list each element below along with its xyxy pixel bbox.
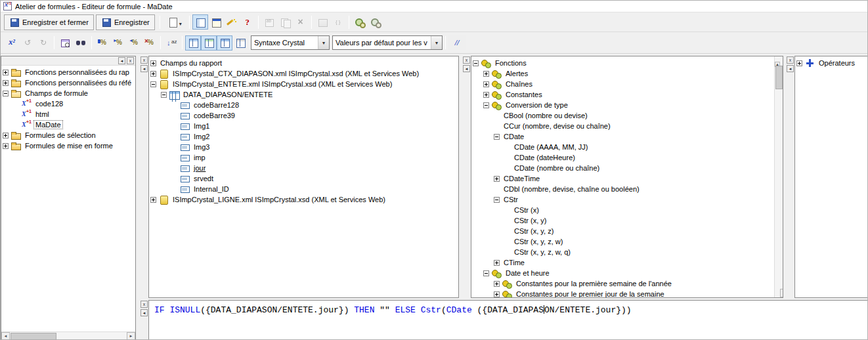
browse-data-button[interactable] xyxy=(57,35,73,51)
chevron-down-icon[interactable] xyxy=(179,16,182,28)
tree-item[interactable]: CDateTime xyxy=(471,173,774,184)
collapse-fields-panel-button[interactable] xyxy=(141,65,148,72)
close-panel-button[interactable] xyxy=(127,57,134,64)
toggle-operator-tree-button[interactable] xyxy=(217,35,232,51)
tree-item[interactable]: CBool (nombre ou devise) xyxy=(471,110,774,121)
tree-item[interactable]: Constantes pour le premier jour de la se… xyxy=(471,289,774,297)
collapse-functions-panel-button[interactable] xyxy=(463,65,470,72)
tree-item[interactable]: Internal_ID xyxy=(149,184,458,194)
scroll-down-icon[interactable] xyxy=(780,289,783,297)
tree-item[interactable]: DATA_DIAPASON/ENTETE xyxy=(149,89,458,100)
expand-icon[interactable] xyxy=(3,70,9,75)
vscroll-thumb[interactable] xyxy=(775,66,783,89)
toggle-function-tree-button[interactable] xyxy=(201,35,217,51)
comment-button[interactable]: // xyxy=(448,35,466,50)
collapse-icon[interactable] xyxy=(483,102,489,108)
collapse-icon[interactable] xyxy=(3,91,9,96)
expand-icon[interactable] xyxy=(796,60,802,66)
tree-item[interactable]: CStr (x, y) xyxy=(471,215,774,226)
toggle-bookmark-button[interactable] xyxy=(95,35,110,51)
tree-item[interactable]: Champs du rapport xyxy=(149,58,458,68)
tree-item[interactable]: CCur (nombre, devise ou chaîne) xyxy=(471,121,774,131)
tree-item[interactable]: Constantes pour la première semaine de l… xyxy=(471,278,774,289)
tree-item[interactable]: Constantes xyxy=(471,89,774,100)
tree-item[interactable]: CDbl (nombre, devise, chaîne ou booléen) xyxy=(471,184,774,194)
tree-item[interactable]: CDate (dateHeure) xyxy=(471,152,774,163)
toggle-workshop-tree-button[interactable] xyxy=(192,14,208,30)
tree-item[interactable]: Opérateurs xyxy=(795,58,868,68)
save-button[interactable]: Enregistrer xyxy=(96,14,155,30)
tree-item[interactable]: Alertes xyxy=(471,68,774,79)
next-bookmark-button[interactable] xyxy=(110,35,126,51)
expand-icon[interactable] xyxy=(3,133,9,138)
prev-bookmark-button[interactable] xyxy=(126,35,142,51)
tree-item[interactable]: MaDate xyxy=(1,119,135,130)
expand-icon[interactable] xyxy=(494,260,500,266)
check-formula-button[interactable] xyxy=(4,35,20,51)
autohide-panel-button[interactable] xyxy=(118,57,125,64)
tree-item[interactable]: ISImpCrystal_CTX_DIAPASON.xml ISImpCryst… xyxy=(149,68,458,79)
collapse-icon[interactable] xyxy=(494,134,500,140)
chevron-down-icon[interactable] xyxy=(318,36,329,49)
tree-item[interactable]: CStr (x, y, z, w, q) xyxy=(471,247,774,257)
expand-icon[interactable] xyxy=(150,71,156,77)
tree-item[interactable]: CStr (x, y, z) xyxy=(471,226,774,236)
workshop-tree-hscrollbar[interactable] xyxy=(1,331,135,340)
close-operators-panel-button[interactable] xyxy=(787,56,794,64)
chevron-down-icon[interactable] xyxy=(431,36,442,49)
collapse-icon[interactable] xyxy=(161,92,167,98)
expand-icon[interactable] xyxy=(483,71,489,77)
null-handling-combobox[interactable]: Valeurs par défaut pour les v xyxy=(332,35,443,50)
help-button[interactable] xyxy=(240,14,255,30)
expand-icon[interactable] xyxy=(150,60,156,66)
tree-item[interactable]: srvedt xyxy=(149,173,458,184)
hscroll-track[interactable] xyxy=(10,332,127,340)
collapse-icon[interactable] xyxy=(483,270,489,276)
expand-icon[interactable] xyxy=(150,197,156,203)
expand-icon[interactable] xyxy=(3,143,9,149)
collapse-operators-panel-button[interactable] xyxy=(787,65,794,72)
save-and-close-button[interactable]: Enregistrer et fermer xyxy=(4,14,94,30)
collapse-icon[interactable] xyxy=(150,81,156,87)
tree-item[interactable]: Img2 xyxy=(149,131,458,142)
expand-icon[interactable] xyxy=(494,291,500,297)
tree-item[interactable]: CStr (x) xyxy=(471,205,774,215)
tree-item[interactable]: Img1 xyxy=(149,121,458,131)
tree-item[interactable]: CDate xyxy=(471,131,774,142)
syntax-combobox[interactable]: Syntaxe Crystal xyxy=(251,35,330,50)
tree-item[interactable]: Img3 xyxy=(149,142,458,152)
expand-icon[interactable] xyxy=(494,281,500,287)
tree-item[interactable]: imp xyxy=(149,152,458,163)
properties-button[interactable] xyxy=(208,14,224,30)
expand-icon[interactable] xyxy=(3,80,9,86)
expand-icon[interactable] xyxy=(483,92,489,98)
tree-item[interactable]: ISImpCrystal_LIGNE.xml ISImpCrystal.xsd … xyxy=(149,194,458,205)
tree-item[interactable]: CDate (nombre ou chaîne) xyxy=(471,163,774,173)
clear-bookmarks-button[interactable] xyxy=(142,35,158,51)
tree-item[interactable]: CStr (x, y, z, w) xyxy=(471,236,774,247)
tree-item[interactable]: CStr xyxy=(471,194,774,205)
formula-expert-button[interactable] xyxy=(224,14,240,30)
close-functions-panel-button[interactable] xyxy=(463,56,470,64)
tree-item[interactable]: jour xyxy=(149,163,458,173)
close-formula-panel-button[interactable] xyxy=(141,301,148,308)
tree-item[interactable]: Champs de formule xyxy=(1,88,135,98)
toggle-formula-tree-button[interactable] xyxy=(232,35,248,51)
collapse-icon[interactable] xyxy=(494,197,500,203)
new-formula-button[interactable] xyxy=(163,14,186,30)
find-button[interactable] xyxy=(73,35,89,51)
formula-text[interactable]: IF ISNULL({DATA_DIAPASON/ENTETE.jour}) T… xyxy=(154,305,868,316)
collapse-icon[interactable] xyxy=(473,60,479,66)
tree-item[interactable]: Date et heure xyxy=(471,268,774,278)
tree-item[interactable]: codeBarre128 xyxy=(149,100,458,110)
tree-item[interactable]: Fonctions personnalisées du réfé xyxy=(1,77,135,88)
close-fields-panel-button[interactable] xyxy=(141,56,148,64)
hscroll-thumb[interactable] xyxy=(11,333,56,340)
tree-item[interactable]: CDate (AAAA, MM, JJ) xyxy=(471,142,774,152)
tree-item[interactable]: ISImpCrystal_ENTETE.xml ISImpCrystal.xsd… xyxy=(149,79,458,89)
sort-trees-button[interactable] xyxy=(163,35,179,51)
tree-item[interactable]: Fonctions xyxy=(471,58,774,68)
tree-item[interactable]: Conversion de type xyxy=(471,100,774,110)
tree-item[interactable]: html xyxy=(1,109,135,119)
toggle-field-tree-button[interactable] xyxy=(185,35,201,51)
